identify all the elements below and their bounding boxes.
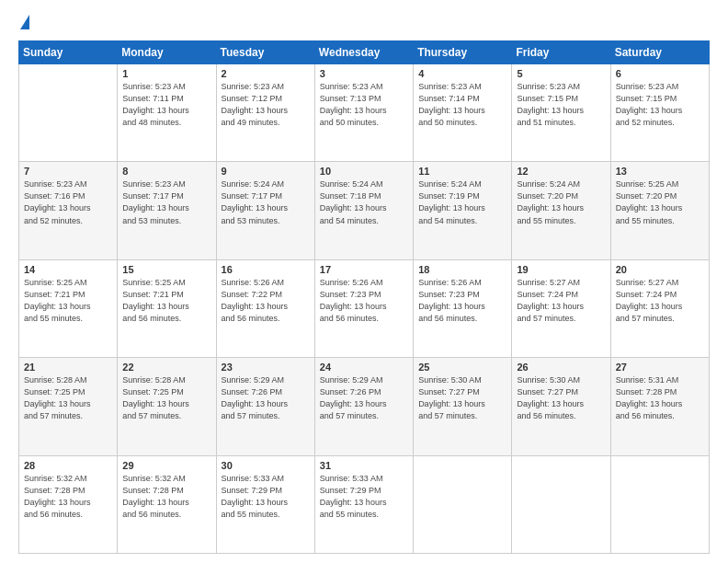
day-number: 13 [616,166,704,177]
day-number: 17 [320,264,408,275]
calendar-header-monday: Monday [118,41,216,64]
cell-info: Sunrise: 5:29 AMSunset: 7:26 PMDaylight:… [222,374,310,422]
calendar-cell: 13Sunrise: 5:25 AMSunset: 7:20 PMDayligh… [610,162,709,259]
calendar-week-row: 7Sunrise: 5:23 AMSunset: 7:16 PMDaylight… [19,162,710,259]
calendar-cell: 21Sunrise: 5:28 AMSunset: 7:25 PMDayligh… [19,358,118,455]
day-number: 12 [517,166,605,177]
cell-info: Sunrise: 5:23 AMSunset: 7:16 PMDaylight:… [24,178,112,226]
calendar-cell: 4Sunrise: 5:23 AMSunset: 7:14 PMDaylight… [414,64,512,162]
day-number: 29 [122,460,210,471]
calendar-cell: 26Sunrise: 5:30 AMSunset: 7:27 PMDayligh… [512,358,610,455]
day-number: 11 [418,166,506,177]
calendar-cell: 16Sunrise: 5:26 AMSunset: 7:22 PMDayligh… [216,259,314,357]
day-number: 10 [320,166,408,177]
cell-info: Sunrise: 5:30 AMSunset: 7:27 PMDaylight:… [517,374,605,422]
calendar-cell: 28Sunrise: 5:32 AMSunset: 7:28 PMDayligh… [19,455,118,553]
cell-info: Sunrise: 5:26 AMSunset: 7:23 PMDaylight:… [320,277,408,325]
calendar-cell: 1Sunrise: 5:23 AMSunset: 7:11 PMDaylight… [118,64,216,162]
calendar-cell: 18Sunrise: 5:26 AMSunset: 7:23 PMDayligh… [414,259,512,357]
cell-info: Sunrise: 5:23 AMSunset: 7:14 PMDaylight:… [418,81,506,129]
logo-icon [20,15,29,29]
calendar-cell: 3Sunrise: 5:23 AMSunset: 7:13 PMDaylight… [314,64,413,162]
calendar-cell: 23Sunrise: 5:29 AMSunset: 7:26 PMDayligh… [216,358,314,455]
cell-info: Sunrise: 5:27 AMSunset: 7:24 PMDaylight:… [616,277,704,325]
cell-info: Sunrise: 5:30 AMSunset: 7:27 PMDaylight:… [418,374,506,422]
calendar-cell: 25Sunrise: 5:30 AMSunset: 7:27 PMDayligh… [414,358,512,455]
header [18,17,710,31]
day-number: 3 [320,68,408,79]
cell-info: Sunrise: 5:24 AMSunset: 7:19 PMDaylight:… [418,178,506,226]
cell-info: Sunrise: 5:31 AMSunset: 7:28 PMDaylight:… [616,374,704,422]
cell-info: Sunrise: 5:24 AMSunset: 7:20 PMDaylight:… [517,178,605,226]
day-number: 15 [122,264,210,275]
cell-info: Sunrise: 5:28 AMSunset: 7:25 PMDaylight:… [24,374,112,422]
calendar-cell: 15Sunrise: 5:25 AMSunset: 7:21 PMDayligh… [118,259,216,357]
day-number: 16 [222,264,310,275]
calendar-cell [512,455,610,553]
calendar-cell [414,455,512,553]
page: SundayMondayTuesdayWednesdayThursdayFrid… [0,0,728,563]
calendar-cell: 9Sunrise: 5:24 AMSunset: 7:17 PMDaylight… [216,162,314,259]
calendar-cell: 10Sunrise: 5:24 AMSunset: 7:18 PMDayligh… [314,162,413,259]
day-number: 1 [122,68,210,79]
calendar-week-row: 21Sunrise: 5:28 AMSunset: 7:25 PMDayligh… [19,358,710,455]
calendar-week-row: 14Sunrise: 5:25 AMSunset: 7:21 PMDayligh… [19,259,710,357]
calendar-cell: 6Sunrise: 5:23 AMSunset: 7:15 PMDaylight… [610,64,709,162]
cell-info: Sunrise: 5:24 AMSunset: 7:17 PMDaylight:… [222,178,310,226]
day-number: 5 [517,68,605,79]
cell-info: Sunrise: 5:23 AMSunset: 7:15 PMDaylight:… [517,81,605,129]
cell-info: Sunrise: 5:23 AMSunset: 7:17 PMDaylight:… [122,178,210,226]
calendar-header-tuesday: Tuesday [216,41,314,64]
calendar-table: SundayMondayTuesdayWednesdayThursdayFrid… [18,40,710,554]
calendar-cell [610,455,709,553]
logo [18,17,29,31]
day-number: 7 [24,166,112,177]
calendar-cell: 7Sunrise: 5:23 AMSunset: 7:16 PMDaylight… [19,162,118,259]
day-number: 25 [418,362,506,373]
cell-info: Sunrise: 5:23 AMSunset: 7:15 PMDaylight:… [616,81,704,129]
day-number: 14 [24,264,112,275]
cell-info: Sunrise: 5:29 AMSunset: 7:26 PMDaylight:… [320,374,408,422]
calendar-cell: 30Sunrise: 5:33 AMSunset: 7:29 PMDayligh… [216,455,314,553]
calendar-cell: 31Sunrise: 5:33 AMSunset: 7:29 PMDayligh… [314,455,413,553]
cell-info: Sunrise: 5:26 AMSunset: 7:22 PMDaylight:… [222,277,310,325]
calendar-cell: 27Sunrise: 5:31 AMSunset: 7:28 PMDayligh… [610,358,709,455]
day-number: 31 [320,460,408,471]
day-number: 26 [517,362,605,373]
day-number: 23 [222,362,310,373]
calendar-header-friday: Friday [512,41,610,64]
cell-info: Sunrise: 5:25 AMSunset: 7:20 PMDaylight:… [616,178,704,226]
day-number: 2 [222,68,310,79]
day-number: 22 [122,362,210,373]
cell-info: Sunrise: 5:27 AMSunset: 7:24 PMDaylight:… [517,277,605,325]
calendar-cell: 24Sunrise: 5:29 AMSunset: 7:26 PMDayligh… [314,358,413,455]
calendar-cell: 8Sunrise: 5:23 AMSunset: 7:17 PMDaylight… [118,162,216,259]
day-number: 19 [517,264,605,275]
calendar-header-row: SundayMondayTuesdayWednesdayThursdayFrid… [19,41,710,64]
calendar-cell: 11Sunrise: 5:24 AMSunset: 7:19 PMDayligh… [414,162,512,259]
calendar-cell: 14Sunrise: 5:25 AMSunset: 7:21 PMDayligh… [19,259,118,357]
calendar-header-thursday: Thursday [414,41,512,64]
cell-info: Sunrise: 5:32 AMSunset: 7:28 PMDaylight:… [122,473,210,521]
cell-info: Sunrise: 5:23 AMSunset: 7:12 PMDaylight:… [222,81,310,129]
cell-info: Sunrise: 5:23 AMSunset: 7:11 PMDaylight:… [122,81,210,129]
day-number: 24 [320,362,408,373]
cell-info: Sunrise: 5:23 AMSunset: 7:13 PMDaylight:… [320,81,408,129]
cell-info: Sunrise: 5:32 AMSunset: 7:28 PMDaylight:… [24,473,112,521]
calendar-cell: 20Sunrise: 5:27 AMSunset: 7:24 PMDayligh… [610,259,709,357]
day-number: 27 [616,362,704,373]
calendar-cell: 17Sunrise: 5:26 AMSunset: 7:23 PMDayligh… [314,259,413,357]
cell-info: Sunrise: 5:24 AMSunset: 7:18 PMDaylight:… [320,178,408,226]
day-number: 28 [24,460,112,471]
calendar-cell: 22Sunrise: 5:28 AMSunset: 7:25 PMDayligh… [118,358,216,455]
day-number: 8 [122,166,210,177]
calendar-cell: 2Sunrise: 5:23 AMSunset: 7:12 PMDaylight… [216,64,314,162]
cell-info: Sunrise: 5:25 AMSunset: 7:21 PMDaylight:… [122,277,210,325]
calendar-header-wednesday: Wednesday [314,41,413,64]
calendar-cell: 29Sunrise: 5:32 AMSunset: 7:28 PMDayligh… [118,455,216,553]
day-number: 6 [616,68,704,79]
calendar-cell: 12Sunrise: 5:24 AMSunset: 7:20 PMDayligh… [512,162,610,259]
cell-info: Sunrise: 5:33 AMSunset: 7:29 PMDaylight:… [222,473,310,521]
day-number: 9 [222,166,310,177]
day-number: 30 [222,460,310,471]
